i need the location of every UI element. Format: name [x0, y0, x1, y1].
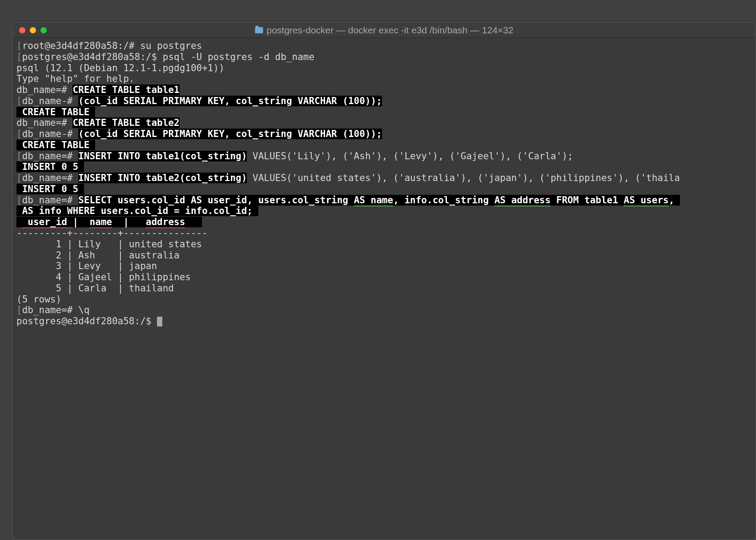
table-row: 4 | Gajeel | philippines: [16, 272, 752, 283]
terminal-line: INSERT 0 5: [16, 184, 752, 195]
table-row: 1 | Lily | united states: [16, 239, 752, 250]
terminal-line: CREATE TABLE: [16, 107, 752, 118]
terminal-line: (5 rows): [16, 294, 752, 305]
titlebar: postgres-docker — docker exec -it e3d /b…: [13, 23, 756, 38]
window-title-text: postgres-docker — docker exec -it e3d /b…: [266, 25, 513, 36]
terminal-line: psql (12.1 (Debian 12.1-1.pgdg100+1)): [16, 63, 752, 74]
terminal-line: [db_name=# \q: [16, 305, 752, 316]
terminal-line: INSERT 0 5: [16, 161, 752, 173]
terminal-prompt: postgres@e3d4df280a58:/$: [16, 316, 752, 327]
terminal-line: [db_name-# (col_id SERIAL PRIMARY KEY, c…: [16, 129, 752, 140]
maximize-button[interactable]: [40, 27, 47, 33]
terminal-line: [db_name-# (col_id SERIAL PRIMARY KEY, c…: [16, 96, 752, 107]
terminal-line: AS info WHERE users.col_id = info.col_id…: [16, 206, 752, 217]
close-button[interactable]: [19, 27, 25, 33]
table-row: 2 | Ash | australia: [16, 250, 752, 261]
terminal-window: postgres-docker — docker exec -it e3d /b…: [12, 22, 756, 540]
terminal-line: [db_name=# SELECT users.col_id AS user_i…: [16, 195, 752, 206]
table-row: 5 | Carla | thailand: [16, 283, 752, 294]
terminal-line: Type "help" for help.: [16, 73, 752, 85]
terminal-line: [root@e3d4df280a58:/# su postgres: [16, 40, 752, 52]
terminal-line: CREATE TABLE: [16, 140, 752, 151]
terminal-line: [db_name=# INSERT INTO table1(col_string…: [16, 151, 752, 162]
terminal-line: user_id | name | address: [16, 217, 752, 228]
terminal-line: ---------+--------+---------------: [16, 228, 752, 239]
window-title: postgres-docker — docker exec -it e3d /b…: [255, 25, 513, 36]
minimize-button[interactable]: [30, 27, 36, 33]
terminal-line: [db_name=# INSERT INTO table2(col_string…: [16, 173, 752, 184]
cursor-icon: [157, 317, 162, 326]
traffic-lights: [19, 27, 47, 33]
terminal-line: [postgres@e3d4df280a58:/$ psql -U postgr…: [16, 52, 752, 63]
terminal-line: db_name=# CREATE TABLE table1: [16, 85, 752, 96]
terminal-line: db_name=# CREATE TABLE table2: [16, 117, 752, 129]
folder-icon: [255, 27, 263, 33]
terminal-body[interactable]: [root@e3d4df280a58:/# su postgres[postgr…: [13, 38, 756, 330]
table-row: 3 | Levy | japan: [16, 261, 752, 272]
